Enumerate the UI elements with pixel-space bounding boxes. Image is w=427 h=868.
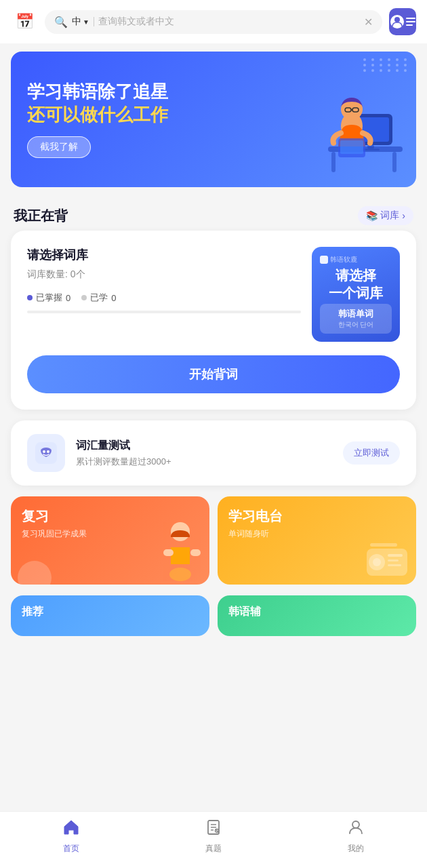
word-book-app-icon bbox=[320, 256, 328, 264]
korean-assist-card[interactable]: 韩语辅 bbox=[218, 595, 416, 636]
test-card: 词汇量测试 累计测评数量超过3000+ 立即测试 bbox=[11, 420, 416, 486]
search-placeholder: 查询韩文或者中文 bbox=[98, 16, 360, 28]
test-info: 词汇量测试 累计测评数量超过3000+ bbox=[76, 439, 332, 468]
radio-card-subtitle: 单词随身听 bbox=[228, 528, 405, 540]
wordbook-link[interactable]: 📚 词库 › bbox=[358, 206, 413, 225]
search-lang[interactable]: 中 ▼ bbox=[72, 16, 89, 28]
search-bar[interactable]: 🔍 中 ▼ 查询韩文或者中文 ✕ bbox=[45, 10, 382, 34]
nav-exam-label: 真题 bbox=[205, 843, 222, 854]
grid-cards: 复习 复习巩固已学成果 学习电台 单词随身听 bbox=[11, 496, 416, 585]
nav-home-label: 首页 bbox=[63, 843, 79, 854]
stat-mastered-value: 0 bbox=[66, 293, 70, 303]
svg-rect-25 bbox=[388, 554, 403, 557]
word-card-text: 请选择词库 词库数量: 0个 已掌握 0 已学 0 bbox=[27, 247, 301, 313]
word-card-label: 请选择词库 bbox=[27, 247, 301, 263]
svg-point-24 bbox=[373, 558, 381, 566]
stat-dot-mastered bbox=[27, 295, 33, 300]
section-header: 我正在背 📚 词库 › bbox=[0, 195, 427, 231]
wordbook-link-arrow: › bbox=[402, 210, 405, 221]
progress-bar bbox=[27, 311, 301, 313]
word-book-line1: 请选择 bbox=[329, 267, 383, 284]
test-desc: 累计测评数量超过3000+ bbox=[76, 456, 332, 468]
svg-point-16 bbox=[43, 450, 45, 453]
review-card[interactable]: 复习 复习巩固已学成果 bbox=[11, 496, 209, 585]
banner: 学习韩语除了追星 还可以做什么工作 截我了解 bbox=[11, 52, 416, 187]
radio-card-title: 学习电台 bbox=[228, 507, 405, 526]
banner-text: 学习韩语除了追星 还可以做什么工作 截我了解 bbox=[27, 81, 400, 158]
section-title: 我正在背 bbox=[14, 207, 68, 225]
avatar-btn[interactable] bbox=[389, 8, 416, 35]
review-illustration bbox=[143, 517, 204, 585]
start-button[interactable]: 开始背词 bbox=[27, 355, 400, 393]
partial-cards: 推荐 韩语辅 bbox=[11, 595, 416, 636]
word-book-korean-sub: 한국어 단어 bbox=[327, 320, 385, 330]
search-divider bbox=[94, 17, 94, 26]
word-book-bottom: 韩语单词 한국어 단어 bbox=[320, 304, 392, 334]
word-book-preview[interactable]: 韩语软鹿 请选择 一个词库 韩语单词 한국어 단어 bbox=[312, 247, 400, 342]
stat-learned-value: 0 bbox=[111, 293, 116, 303]
banner-title: 学习韩语除了追星 bbox=[27, 81, 400, 104]
recommend-label: 推荐 bbox=[11, 595, 209, 629]
search-clear-icon[interactable]: ✕ bbox=[364, 16, 373, 28]
home-icon bbox=[62, 818, 80, 840]
review-card-circle bbox=[18, 561, 52, 585]
word-card: 请选择词库 词库数量: 0个 已掌握 0 已学 0 韩语软鹿 bbox=[11, 231, 416, 410]
svg-point-0 bbox=[394, 17, 400, 22]
radio-card[interactable]: 学习电台 单词随身听 bbox=[218, 496, 416, 585]
radio-illustration bbox=[363, 542, 411, 579]
svg-point-34 bbox=[352, 821, 359, 828]
svg-rect-27 bbox=[388, 564, 401, 566]
banner-button[interactable]: 截我了解 bbox=[27, 136, 91, 158]
profile-icon bbox=[347, 818, 365, 840]
stat-mastered-label: 已掌握 bbox=[36, 292, 62, 304]
word-book-app-label: 韩语软鹿 bbox=[320, 255, 357, 264]
word-book-main-text: 请选择 一个词库 bbox=[329, 267, 383, 302]
test-title: 词汇量测试 bbox=[76, 439, 332, 453]
banner-subtitle: 还可以做什么工作 bbox=[27, 104, 400, 127]
wordbook-link-label: 词库 bbox=[380, 210, 399, 222]
svg-rect-20 bbox=[190, 549, 201, 556]
svg-point-17 bbox=[47, 450, 49, 453]
wordbook-link-icon: 📚 bbox=[366, 210, 378, 221]
stat-mastered: 已掌握 0 bbox=[27, 292, 70, 304]
test-icon bbox=[27, 434, 65, 472]
stat-learned-label: 已学 bbox=[90, 292, 108, 304]
calendar-icon[interactable]: 📅 bbox=[11, 8, 38, 35]
svg-rect-19 bbox=[163, 549, 174, 556]
avatar-icon bbox=[390, 15, 404, 28]
bottom-nav: 首页 真题 我的 bbox=[0, 811, 427, 868]
top-bar: 📅 🔍 中 ▼ 查询韩文或者中文 ✕ bbox=[0, 0, 427, 43]
search-icon: 🔍 bbox=[54, 16, 68, 28]
stat-dot-learned bbox=[81, 295, 87, 300]
recommend-card[interactable]: 推荐 bbox=[11, 595, 209, 636]
svg-rect-28 bbox=[370, 543, 397, 547]
menu-lines bbox=[406, 18, 415, 26]
nav-exam[interactable]: 真题 bbox=[205, 818, 222, 854]
nav-profile[interactable]: 我的 bbox=[347, 818, 365, 854]
stat-learned: 已学 0 bbox=[81, 292, 116, 304]
nav-home[interactable]: 首页 bbox=[62, 818, 80, 854]
svg-point-21 bbox=[169, 568, 191, 581]
nav-profile-label: 我的 bbox=[348, 843, 364, 854]
word-card-stats: 已掌握 0 已学 0 bbox=[27, 292, 301, 304]
word-card-inner: 请选择词库 词库数量: 0个 已掌握 0 已学 0 韩语软鹿 bbox=[27, 247, 400, 342]
word-book-line2: 一个词库 bbox=[329, 284, 383, 302]
word-book-korean-label: 韩语单词 bbox=[327, 308, 385, 320]
test-button[interactable]: 立即测试 bbox=[343, 441, 400, 465]
exam-icon bbox=[205, 818, 222, 840]
word-card-count: 词库数量: 0个 bbox=[27, 269, 301, 281]
korean-assist-label: 韩语辅 bbox=[218, 595, 416, 629]
svg-rect-26 bbox=[388, 559, 399, 561]
